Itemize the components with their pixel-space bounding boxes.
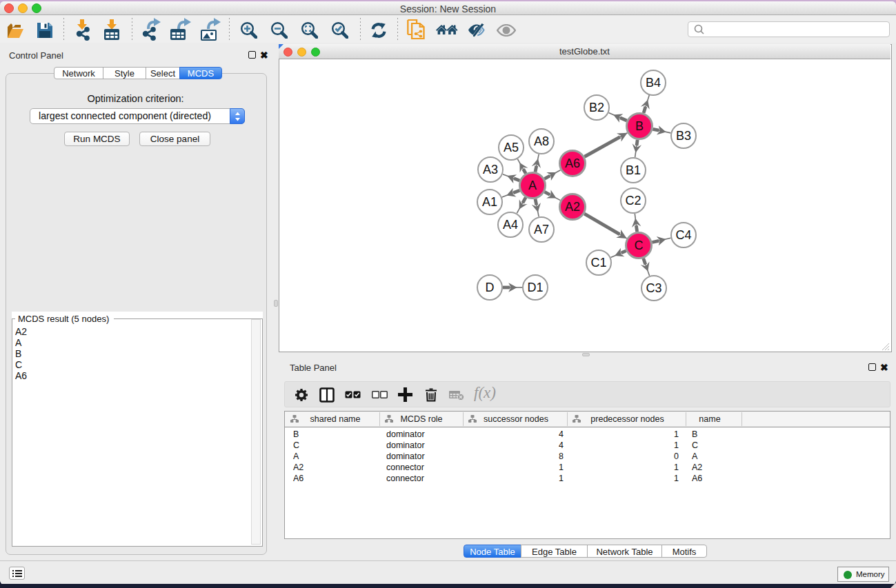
svg-text:B4: B4 (646, 76, 661, 90)
svg-text:D1: D1 (527, 281, 543, 294)
svg-text:A8: A8 (534, 134, 549, 148)
svg-text:B: B (635, 119, 644, 133)
svg-text:C: C (635, 239, 644, 252)
svg-text:A: A (528, 179, 537, 192)
svg-text:A7: A7 (534, 223, 549, 236)
svg-text:C4: C4 (675, 228, 691, 242)
svg-text:B2: B2 (589, 101, 604, 114)
svg-text:C1: C1 (590, 256, 606, 270)
svg-text:B3: B3 (676, 129, 691, 143)
svg-text:A4: A4 (503, 218, 518, 232)
svg-text:A5: A5 (504, 141, 519, 154)
svg-text:B1: B1 (626, 163, 641, 177)
svg-text:D: D (486, 281, 495, 294)
svg-text:A6: A6 (565, 156, 580, 170)
svg-text:A1: A1 (482, 195, 497, 209)
svg-text:A3: A3 (483, 163, 498, 176)
svg-text:A2: A2 (565, 200, 580, 214)
svg-text:C2: C2 (625, 194, 641, 207)
svg-text:C3: C3 (646, 281, 661, 295)
